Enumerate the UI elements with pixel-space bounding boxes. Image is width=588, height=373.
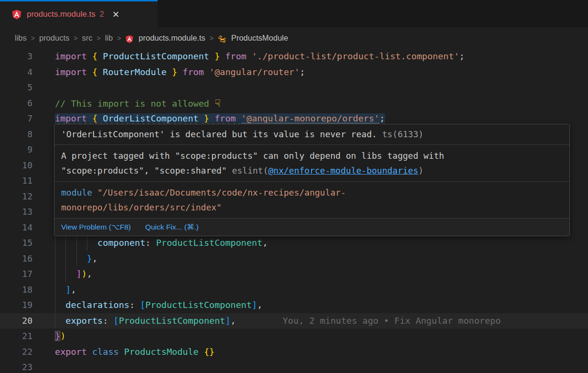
breadcrumb-symbol[interactable]: ProductsModule	[231, 33, 288, 43]
class-symbol-icon	[218, 35, 226, 44]
code-token: import	[55, 67, 92, 77]
vscode-window: { "colors": { "accent": "#0078D4", "erro…	[0, 0, 588, 373]
indent-guide	[55, 235, 55, 251]
error-hover-popup: 'OrderListComponent' is declared but its…	[54, 124, 570, 236]
code-line[interactable]: 6// This import is not allowed ☟	[0, 96, 588, 111]
quick-fix-button[interactable]: Quick Fix... (⌘.)	[145, 223, 199, 231]
line-number: 10	[0, 158, 32, 174]
code-token: exports	[55, 316, 103, 326]
tab-bar: products.module.ts 2 ×	[0, 0, 588, 27]
code-token: )	[82, 269, 87, 279]
view-problem-button[interactable]: View Problem (⌥F8)	[61, 223, 131, 231]
code-token: from	[182, 67, 209, 77]
chevron-right-icon: >	[117, 34, 121, 42]
chevron-right-icon: >	[96, 34, 100, 42]
line-number: 8	[0, 127, 32, 143]
line-number: 7	[0, 111, 32, 127]
code-line-content: component: ProductListComponent,	[55, 235, 588, 251]
code-token: }	[209, 51, 225, 61]
code-token: import	[55, 113, 92, 123]
code-line[interactable]: 21})	[0, 329, 588, 344]
indent-guide	[55, 282, 55, 298]
chevron-right-icon: >	[210, 34, 214, 42]
code-token: ProductListComponent	[103, 51, 209, 61]
hover-eslint-source-suffix: )	[418, 165, 424, 176]
code-token: )	[60, 331, 65, 341]
hover-eslint-source-prefix: eslint(	[232, 165, 268, 176]
eslint-rule-link[interactable]: @nx/enforce-module-boundaries	[268, 165, 418, 176]
code-line-content: // This import is not allowed ☟	[55, 96, 588, 111]
code-token: ,	[87, 269, 92, 279]
line-number: 15	[0, 235, 32, 251]
code-line-content: })	[55, 329, 588, 344]
line-number: 3	[0, 49, 32, 65]
code-line-content	[55, 80, 588, 96]
code-line[interactable]: 15 component: ProductListComponent,	[0, 235, 588, 251]
code-token: RouterModule	[103, 67, 167, 77]
code-line[interactable]: 18 ],	[0, 282, 588, 298]
code-line[interactable]: 20 exports: [ProductListComponent],You, …	[0, 313, 588, 329]
code-token: // This import is not allowed	[55, 99, 214, 109]
hover-ts-message: 'OrderListComponent' is declared but its…	[61, 129, 377, 139]
breadcrumb: libs > products > src > lib > products.m…	[0, 27, 588, 49]
line-number: 9	[0, 142, 32, 158]
code-line-content: },	[55, 251, 588, 267]
code-line-content: exports: [ProductListComponent],You, 2 m…	[55, 313, 588, 329]
hover-eslint-line2: "scope:products", "scope:shared"	[61, 165, 232, 176]
code-token: ;	[460, 51, 465, 61]
code-line-content: declarations: [ProductListComponent],	[55, 297, 588, 313]
code-token	[55, 253, 87, 263]
line-number: 17	[0, 266, 32, 282]
close-icon[interactable]: ×	[113, 10, 119, 19]
code-line-content: import { ProductListComponent } from './…	[55, 49, 588, 65]
code-token: [	[114, 316, 119, 326]
code-token: '@angular-monorepo/orders'	[241, 113, 380, 123]
code-token: ,	[92, 253, 97, 263]
code-token: declarations	[55, 300, 129, 310]
code-token: './product-list/product-list.component'	[252, 51, 459, 61]
code-line-content: ],	[55, 282, 588, 298]
breadcrumb-item-libs[interactable]: libs	[15, 33, 27, 43]
breadcrumb-file[interactable]: products.module.ts	[139, 33, 205, 43]
breadcrumb-item-src[interactable]: src	[82, 33, 92, 43]
indent-guide	[65, 251, 66, 267]
code-line-content: import { RouterModule } from '@angular/r…	[55, 65, 588, 80]
indent-guide	[65, 235, 66, 251]
hover-eslint-diagnostic: A project tagged with "scope:products" c…	[54, 144, 569, 181]
code-line[interactable]: 3import { ProductListComponent } from '.…	[0, 49, 588, 65]
code-token: ProductListComponent	[156, 238, 263, 248]
code-token	[55, 285, 65, 295]
code-line-content	[55, 360, 588, 373]
line-number: 21	[0, 329, 32, 344]
hover-module-path-line1: "/Users/isaac/Documents/code/nx-recipes/…	[92, 187, 346, 197]
code-line[interactable]: 5	[0, 80, 588, 96]
code-token: :	[103, 316, 113, 326]
hover-module-keyword: module	[61, 187, 92, 197]
code-token: ;	[299, 67, 305, 77]
indent-guide	[87, 235, 87, 251]
code-line[interactable]: 23	[0, 360, 588, 373]
code-token: ;	[379, 113, 385, 123]
code-line[interactable]: 17 ]),	[0, 266, 588, 282]
line-number: 13	[0, 204, 32, 220]
warning-underline: import { OrderListComponent } from	[55, 113, 241, 123]
breadcrumb-item-lib[interactable]: lib	[105, 33, 113, 43]
code-token: component	[55, 238, 145, 248]
tab-products-module[interactable]: products.module.ts 2 ×	[0, 0, 158, 27]
line-number: 6	[0, 96, 32, 111]
code-token: from	[225, 51, 252, 61]
line-number: 5	[0, 80, 32, 96]
code-line[interactable]: 22export class ProductsModule {}	[0, 344, 588, 360]
code-line[interactable]: 19 declarations: [ProductListComponent],	[0, 297, 588, 313]
line-number: 20	[0, 313, 32, 329]
code-token: ,	[262, 238, 267, 248]
code-line[interactable]: 4import { RouterModule } from '@angular/…	[0, 65, 588, 80]
code-token: ProductListComponent	[145, 300, 252, 310]
code-line[interactable]: 16 },	[0, 251, 588, 267]
git-blame-annotation: You, 2 minutes ago • Fix Angular monorep…	[283, 316, 501, 326]
code-token: ]	[225, 316, 230, 326]
code-token: ProductListComponent	[119, 316, 225, 326]
breadcrumb-item-products[interactable]: products	[39, 33, 69, 43]
code-token: import	[55, 51, 92, 61]
code-line-content: export class ProductsModule {}	[55, 344, 588, 360]
